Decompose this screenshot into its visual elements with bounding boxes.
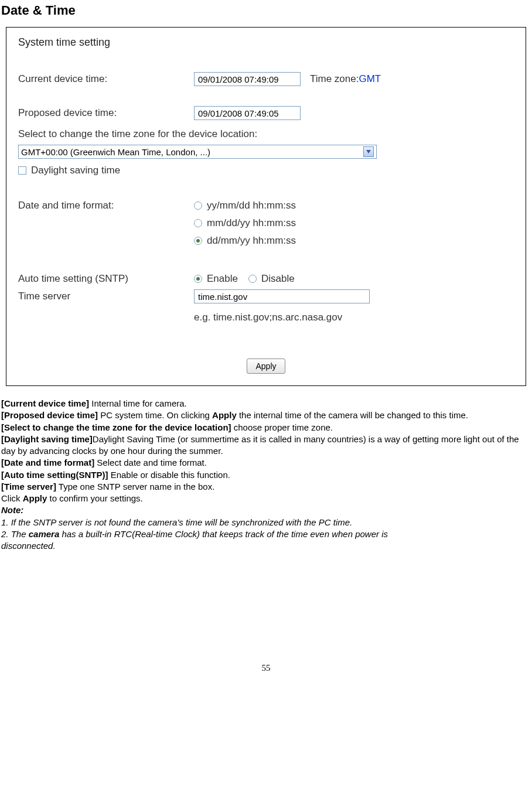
dst-label: Daylight saving time: [31, 165, 120, 176]
timezone-link[interactable]: GMT: [359, 73, 381, 85]
doc-format-desc: Select date and time format.: [94, 458, 207, 467]
time-server-label: Time server: [18, 291, 194, 302]
note-1: 1. If the SNTP server is not found the c…: [1, 517, 531, 528]
doc-click-text: Click: [1, 493, 23, 503]
chevron-down-icon[interactable]: [363, 146, 374, 157]
current-time-input[interactable]: [194, 72, 301, 86]
timezone-selected-value: GMT+00:00 (Greenwich Mean Time, London, …: [21, 147, 210, 157]
doc-proposed-desc2: the internal time of the camera will be …: [237, 410, 468, 420]
documentation-text: [Current device time] Internal time for …: [1, 398, 531, 552]
format-option-3: dd/mm/yy hh:mm:ss: [207, 235, 296, 247]
doc-proposed-desc1: PC system time. On clicking: [98, 410, 212, 420]
datetime-format-label: Date and time format:: [18, 200, 194, 211]
sntp-label: Auto time setting (SNTP): [18, 273, 194, 285]
sntp-enable-label: Enable: [207, 273, 238, 285]
format-option-1: yy/mm/dd hh:mm:ss: [207, 200, 296, 211]
doc-selecttz-label: [Select to change the time zone for the …: [1, 422, 231, 432]
format-radio-mmddyy[interactable]: [194, 219, 202, 227]
note-2d: disconnected.: [1, 540, 531, 552]
format-radio-yymmdd[interactable]: [194, 202, 202, 210]
note-2b: camera: [29, 529, 60, 539]
timezone-select[interactable]: GMT+00:00 (Greenwich Mean Time, London, …: [18, 145, 377, 159]
proposed-time-label: Proposed device time:: [18, 107, 194, 119]
doc-apply-word1: Apply: [212, 410, 237, 420]
sntp-enable-radio[interactable]: [194, 275, 202, 283]
doc-selecttz-desc: choose proper time zone.: [231, 422, 333, 432]
doc-confirm-text: to confirm your settings.: [47, 493, 142, 503]
format-radio-ddmmyy[interactable]: [194, 237, 202, 245]
note-2c: has a built-in RTC(Real-time Clock) that…: [59, 529, 388, 539]
doc-srv-label: [Time server]: [1, 482, 56, 491]
dst-checkbox[interactable]: [18, 166, 26, 175]
doc-proposed-label: [Proposed device time]: [1, 410, 98, 420]
doc-dst-label: [Daylight saving time]: [1, 434, 93, 444]
format-option-2: mm/dd/yy hh:mm:ss: [207, 217, 296, 229]
note-2a: 2. The: [1, 529, 29, 539]
time-server-example: e.g. time.nist.gov;ns.arc.nasa.gov: [194, 312, 514, 323]
time-server-input[interactable]: [194, 289, 370, 303]
page-title: Date & Time: [1, 3, 532, 18]
doc-apply-word2: Apply: [23, 493, 47, 503]
doc-current-label: [Current device time]: [1, 398, 89, 408]
settings-screenshot: System time setting Current device time:…: [6, 27, 526, 386]
system-time-heading: System time setting: [18, 36, 514, 49]
sntp-disable-label: Disable: [261, 273, 295, 285]
current-time-label: Current device time:: [18, 73, 194, 85]
doc-sntp-label: [Auto time setting(SNTP)]: [1, 470, 108, 480]
page-number: 55: [0, 663, 532, 673]
doc-sntp-desc: Enable or disable this function.: [108, 470, 230, 480]
apply-button[interactable]: Apply: [247, 359, 285, 374]
timezone-label: Time zone:: [310, 73, 359, 85]
doc-srv-desc: Type one SNTP server name in the box.: [56, 482, 214, 491]
doc-format-label: [Date and time format]: [1, 458, 94, 467]
note-heading: Note:: [1, 504, 531, 516]
proposed-time-input[interactable]: [194, 106, 301, 120]
select-timezone-label: Select to change the time zone for the d…: [18, 128, 514, 140]
sntp-disable-radio[interactable]: [248, 275, 257, 283]
doc-current-desc: Internal time for camera.: [89, 398, 187, 408]
